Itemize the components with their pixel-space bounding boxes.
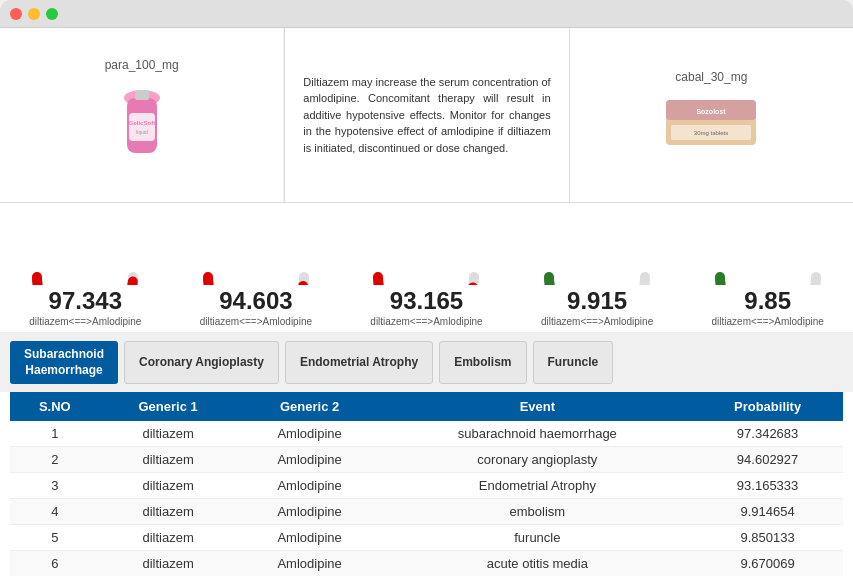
table-cell-2-1: diltiazem	[100, 473, 237, 499]
table-cell-1-3: coronary angioplasty	[383, 447, 693, 473]
table-cell-1-1: diltiazem	[100, 447, 237, 473]
table-header-1: Generic 1	[100, 392, 237, 421]
gauge-svg-2	[366, 217, 486, 285]
table-cell-3-2: Amlodipine	[237, 499, 383, 525]
gauge-item-3: 9.915 diltiazem<==>Amlodipine	[517, 217, 677, 327]
table-row: 6diltiazemAmlodipineacute otitis media9.…	[10, 551, 843, 576]
category-btn-4[interactable]: Furuncle	[533, 341, 614, 384]
gauge-value-3: 9.915	[567, 287, 627, 315]
table-cell-4-0: 5	[10, 525, 100, 551]
table-cell-0-3: subarachnoid haemorrhage	[383, 421, 693, 447]
table-header-row: S.NOGeneric 1Generic 2EventProbability	[10, 392, 843, 421]
category-btn-0[interactable]: Subarachnoid Haemorrhage	[10, 341, 118, 384]
table-cell-5-2: Amlodipine	[237, 551, 383, 576]
table-row: 1diltiazemAmlodipinesubarachnoid haemorr…	[10, 421, 843, 447]
table-row: 4diltiazemAmlodipineembolism9.914654	[10, 499, 843, 525]
close-dot[interactable]	[10, 8, 22, 20]
table-row: 3diltiazemAmlodipineEndometrial Atrophy9…	[10, 473, 843, 499]
category-btn-3[interactable]: Embolism	[439, 341, 526, 384]
svg-rect-2	[129, 113, 155, 141]
svg-rect-5	[135, 90, 149, 100]
gauge-svg-3	[537, 217, 657, 285]
gauge-label-1: diltiazem<==>Amlodipine	[200, 316, 312, 327]
table-header-0: S.NO	[10, 392, 100, 421]
table-cell-5-4: 9.670069	[692, 551, 843, 576]
right-medicine-image: Sozolost 30mg tablets	[661, 90, 761, 160]
left-medicine-panel: para_100_mg GelicSoft liquid	[0, 28, 284, 202]
table-cell-2-4: 93.165333	[692, 473, 843, 499]
main-window: para_100_mg GelicSoft liquid Diltiazem m…	[0, 0, 853, 576]
table-cell-4-3: furuncle	[383, 525, 693, 551]
table-header-4: Probability	[692, 392, 843, 421]
table-cell-3-4: 9.914654	[692, 499, 843, 525]
table-cell-4-4: 9.850133	[692, 525, 843, 551]
svg-text:30mg tablets: 30mg tablets	[694, 130, 728, 136]
gauge-value-4: 9.85	[744, 287, 791, 315]
left-medicine-image: GelicSoft liquid	[107, 78, 177, 173]
table-cell-1-0: 2	[10, 447, 100, 473]
table-section: S.NOGeneric 1Generic 2EventProbability 1…	[0, 392, 853, 576]
table-cell-0-1: diltiazem	[100, 421, 237, 447]
table-cell-4-1: diltiazem	[100, 525, 237, 551]
table-header-2: Generic 2	[237, 392, 383, 421]
gauge-svg-4	[708, 217, 828, 285]
table-cell-2-3: Endometrial Atrophy	[383, 473, 693, 499]
table-cell-0-4: 97.342683	[692, 421, 843, 447]
category-btn-1[interactable]: Coronary Angioplasty	[124, 341, 279, 384]
gauge-value-2: 93.165	[390, 287, 463, 315]
table-cell-2-0: 3	[10, 473, 100, 499]
gauge-label-0: diltiazem<==>Amlodipine	[29, 316, 141, 327]
svg-text:Sozolost: Sozolost	[697, 108, 727, 115]
categories-section: Subarachnoid HaemorrhageCoronary Angiopl…	[0, 333, 853, 392]
titlebar	[0, 0, 853, 28]
table-cell-3-3: embolism	[383, 499, 693, 525]
table-header-3: Event	[383, 392, 693, 421]
table-cell-1-4: 94.602927	[692, 447, 843, 473]
gauge-label-4: diltiazem<==>Amlodipine	[712, 316, 824, 327]
gauge-item-1: 94.603 diltiazem<==>Amlodipine	[176, 217, 336, 327]
table-cell-5-1: diltiazem	[100, 551, 237, 576]
table-cell-4-2: Amlodipine	[237, 525, 383, 551]
table-cell-2-2: Amlodipine	[237, 473, 383, 499]
table-cell-3-0: 4	[10, 499, 100, 525]
table-cell-5-3: acute otitis media	[383, 551, 693, 576]
table-cell-5-0: 6	[10, 551, 100, 576]
data-table: S.NOGeneric 1Generic 2EventProbability 1…	[10, 392, 843, 576]
gauge-value-0: 97.343	[49, 287, 122, 315]
table-cell-3-1: diltiazem	[100, 499, 237, 525]
svg-text:liquid: liquid	[136, 129, 148, 135]
top-panels: para_100_mg GelicSoft liquid Diltiazem m…	[0, 28, 853, 203]
category-btn-2[interactable]: Endometrial Atrophy	[285, 341, 433, 384]
gauge-label-2: diltiazem<==>Amlodipine	[370, 316, 482, 327]
gauge-value-1: 94.603	[219, 287, 292, 315]
table-cell-0-0: 1	[10, 421, 100, 447]
maximize-dot[interactable]	[46, 8, 58, 20]
gauge-svg-0	[25, 217, 145, 285]
minimize-dot[interactable]	[28, 8, 40, 20]
gauges-section: 97.343 diltiazem<==>Amlodipine 94.603 di…	[0, 203, 853, 333]
gauge-item-4: 9.85 diltiazem<==>Amlodipine	[688, 217, 848, 327]
gauge-label-3: diltiazem<==>Amlodipine	[541, 316, 653, 327]
table-cell-0-2: Amlodipine	[237, 421, 383, 447]
interaction-description: Diltiazem may increase the serum concent…	[295, 66, 558, 165]
right-medicine-label: cabal_30_mg	[675, 70, 747, 84]
table-cell-1-2: Amlodipine	[237, 447, 383, 473]
table-row: 2diltiazemAmlodipinecoronary angioplasty…	[10, 447, 843, 473]
gauge-item-0: 97.343 diltiazem<==>Amlodipine	[5, 217, 165, 327]
gauge-svg-1	[196, 217, 316, 285]
left-medicine-label: para_100_mg	[105, 58, 179, 72]
svg-text:GelicSoft: GelicSoft	[128, 120, 154, 126]
interaction-text-panel: Diltiazem may increase the serum concent…	[284, 28, 569, 202]
table-row: 5diltiazemAmlodipinefuruncle9.850133	[10, 525, 843, 551]
right-medicine-panel: cabal_30_mg Sozolost 30mg tablets	[570, 28, 853, 202]
gauge-item-2: 93.165 diltiazem<==>Amlodipine	[346, 217, 506, 327]
